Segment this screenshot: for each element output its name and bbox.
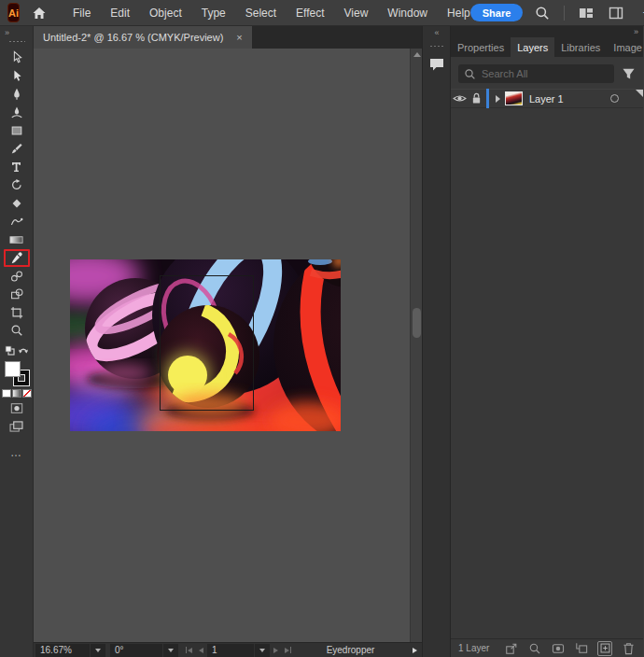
- previous-artboard-button[interactable]: [195, 644, 207, 657]
- make-clipping-mask-button[interactable]: [551, 641, 566, 656]
- tab-image-trace[interactable]: Image Tra: [607, 37, 644, 57]
- panel-strip-grip[interactable]: [429, 45, 444, 48]
- rotate-tool[interactable]: [4, 176, 30, 195]
- layer-lock-toggle[interactable]: [468, 92, 484, 105]
- scrollbar-thumb[interactable]: [413, 308, 421, 338]
- tab-properties[interactable]: Properties: [451, 37, 511, 57]
- zoom-tool[interactable]: [4, 322, 30, 341]
- home-button[interactable]: [32, 6, 47, 21]
- previous-icon: [199, 648, 203, 653]
- rotation-field[interactable]: 0°: [110, 644, 162, 657]
- share-button[interactable]: Share: [470, 4, 524, 21]
- comment-bubble-icon: [428, 57, 445, 72]
- drawing-modes-button[interactable]: [4, 399, 30, 416]
- search-placeholder: Search All: [482, 68, 528, 79]
- filter-button[interactable]: [622, 67, 636, 80]
- rotation-dropdown-button[interactable]: [163, 644, 178, 657]
- arrange-documents-button[interactable]: [574, 3, 598, 23]
- menu-item-help[interactable]: Help: [447, 7, 470, 20]
- search-input[interactable]: Search All: [458, 64, 614, 83]
- menu-item-view[interactable]: View: [344, 7, 369, 20]
- collect-for-export-button[interactable]: [504, 641, 519, 656]
- swap-fill-stroke-icon[interactable]: [18, 345, 29, 355]
- eyedropper-tool-icon: [10, 251, 23, 264]
- edit-toolbar-button[interactable]: …: [10, 446, 22, 459]
- gradient-tool[interactable]: [4, 231, 30, 249]
- shape-builder-tool[interactable]: [4, 286, 30, 304]
- direct-selection-tool[interactable]: [4, 67, 30, 86]
- knife-tool[interactable]: [4, 194, 30, 213]
- blend-tool[interactable]: [4, 267, 30, 286]
- artwork-image[interactable]: [70, 259, 341, 431]
- type-tool[interactable]: [4, 158, 30, 176]
- first-artboard-button[interactable]: [183, 644, 195, 657]
- menubar: Ai File Edit Object Type Select Effect V…: [0, 0, 644, 26]
- chevron-down-icon: [95, 649, 101, 652]
- fill-swatch[interactable]: [5, 361, 21, 377]
- new-layer-icon: [599, 642, 611, 654]
- document-tab[interactable]: Untitled-2* @ 16.67 % (CMYK/Preview) ×: [34, 26, 252, 49]
- shaper-tool[interactable]: [4, 213, 30, 231]
- comments-panel-button[interactable]: [426, 55, 448, 74]
- new-sublayer-button[interactable]: [574, 641, 589, 656]
- rotation-value: 0°: [115, 645, 124, 655]
- expand-panels-icon[interactable]: »: [634, 27, 637, 36]
- delete-layer-button[interactable]: [621, 641, 636, 656]
- artboard-dropdown-button[interactable]: [255, 644, 270, 657]
- next-artboard-button[interactable]: [270, 644, 282, 657]
- artboard-number-field[interactable]: 1: [207, 644, 254, 657]
- gradient-button[interactable]: [12, 389, 21, 398]
- paintbrush-tool[interactable]: [4, 140, 30, 159]
- first-icon: [188, 648, 192, 653]
- new-layer-button[interactable]: [597, 641, 612, 656]
- tab-libraries[interactable]: Libraries: [554, 37, 607, 57]
- rotate-tool-icon: [10, 178, 23, 191]
- search-button[interactable]: [530, 3, 554, 23]
- zoom-level-field[interactable]: 16.67%: [35, 644, 90, 657]
- collapse-panels-icon[interactable]: «: [434, 28, 438, 37]
- statusbar-menu-button[interactable]: [407, 648, 422, 653]
- menu-item-edit[interactable]: Edit: [110, 7, 130, 20]
- workspace-switcher-button[interactable]: [604, 3, 628, 23]
- none-button[interactable]: [22, 389, 32, 398]
- artboard-tool[interactable]: [4, 303, 30, 322]
- tab-layers[interactable]: Layers: [511, 37, 554, 57]
- menubar-divider-2: [564, 6, 565, 21]
- menu-item-file[interactable]: File: [73, 7, 91, 20]
- layer-visibility-toggle[interactable]: [451, 93, 468, 104]
- layer-target-circle[interactable]: [610, 94, 619, 103]
- eyedropper-tool[interactable]: [4, 249, 30, 268]
- menu-item-select[interactable]: Select: [245, 7, 276, 20]
- layer-row[interactable]: Layer 1: [451, 89, 643, 108]
- zoom-dropdown-button[interactable]: [91, 644, 105, 657]
- last-artboard-button[interactable]: [282, 644, 294, 657]
- lock-icon: [471, 92, 482, 105]
- layer-thumbnail[interactable]: [505, 91, 523, 105]
- scroll-up-icon[interactable]: [413, 52, 421, 57]
- window-controls: − ×: [634, 2, 644, 24]
- curvature-tool-icon: [10, 105, 23, 119]
- selection-tool[interactable]: [4, 49, 30, 67]
- canvas[interactable]: [34, 49, 422, 642]
- layer-expand-icon[interactable]: [496, 95, 500, 103]
- screen-mode-button[interactable]: [4, 418, 30, 435]
- collapsed-panel-strip: «: [422, 26, 450, 657]
- toolbar-expand-icon[interactable]: »: [5, 28, 8, 37]
- color-button[interactable]: [2, 389, 11, 398]
- curvature-tool[interactable]: [4, 104, 30, 122]
- tools-panel-header: »: [0, 26, 33, 49]
- layer-name[interactable]: Layer 1: [529, 93, 564, 105]
- locate-object-button[interactable]: [527, 641, 542, 656]
- menu-item-object[interactable]: Object: [149, 7, 182, 20]
- document-tab-close-icon[interactable]: ×: [236, 32, 242, 43]
- pen-tool[interactable]: [4, 85, 30, 104]
- menu-item-effect[interactable]: Effect: [296, 7, 324, 20]
- rectangle-tool[interactable]: [4, 121, 30, 140]
- toolbar-grip[interactable]: [8, 40, 25, 43]
- default-fill-stroke-icon[interactable]: [5, 345, 15, 356]
- illustrator-logo[interactable]: Ai: [7, 3, 20, 22]
- minimize-button[interactable]: −: [634, 2, 644, 24]
- vertical-scrollbar[interactable]: [410, 49, 422, 642]
- menu-item-window[interactable]: Window: [387, 7, 427, 20]
- menu-item-type[interactable]: Type: [202, 7, 226, 20]
